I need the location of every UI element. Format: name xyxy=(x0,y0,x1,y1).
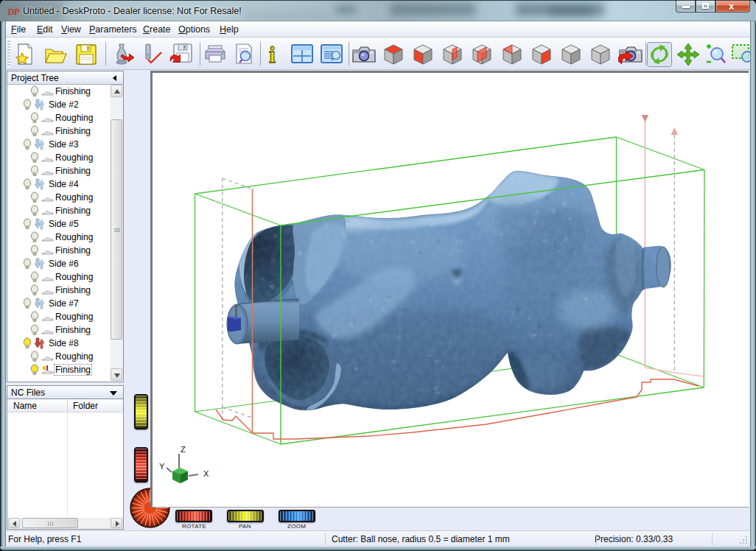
svg-text:X: X xyxy=(203,469,209,478)
svg-text:Z: Z xyxy=(181,445,186,454)
svg-text:Y: Y xyxy=(159,462,165,471)
svg-text:i: i xyxy=(269,43,276,66)
